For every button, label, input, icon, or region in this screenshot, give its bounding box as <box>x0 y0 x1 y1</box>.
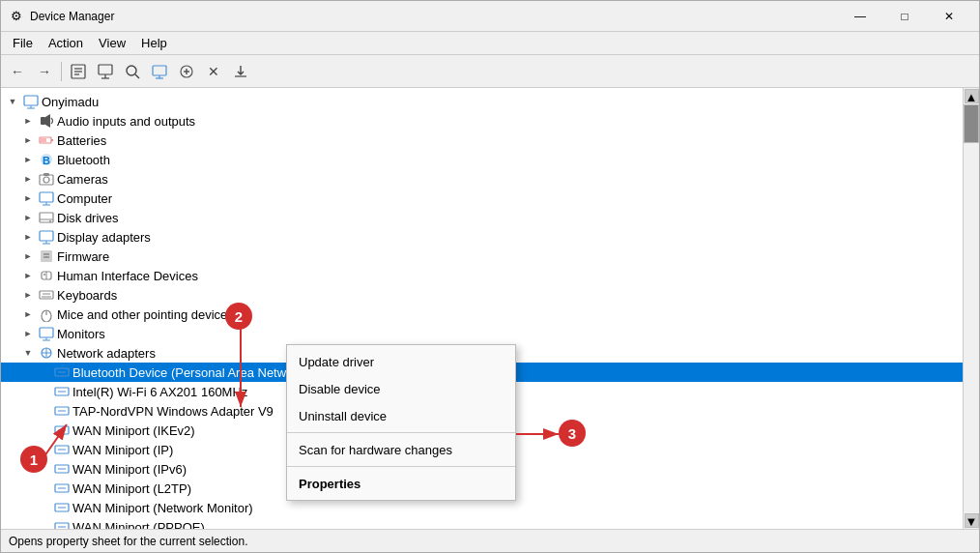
tree-label-19: WAN Miniport (IPv6) <box>72 462 187 477</box>
toolbar-remove[interactable]: ✕ <box>201 59 226 84</box>
toolbar-scan[interactable] <box>120 59 145 84</box>
scrollbar-thumb[interactable] <box>964 104 979 143</box>
toolbar-back[interactable]: ← <box>5 59 30 84</box>
expand-btn-1[interactable]: ► <box>20 113 36 129</box>
tree-item-4[interactable]: ►Cameras <box>1 169 963 189</box>
svg-rect-4 <box>99 65 112 74</box>
tree-item-9[interactable]: ►Human Interface Devices <box>1 266 963 285</box>
toolbar-computer[interactable] <box>147 59 172 84</box>
tree-item-5[interactable]: ►Computer <box>1 189 963 208</box>
expand-btn-4[interactable]: ► <box>20 171 36 187</box>
tree-label-1: Audio inputs and outputs <box>57 114 195 129</box>
expand-btn-11[interactable]: ► <box>20 306 36 322</box>
tree-item-22[interactable]: ►WAN Miniport (PPPOE) <box>1 517 963 529</box>
svg-point-7 <box>127 66 136 75</box>
svg-text:B: B <box>43 155 50 166</box>
tree-label-3: Bluetooth <box>57 153 110 167</box>
ctx-sep-2 <box>287 466 515 467</box>
tree-item-0[interactable]: ▼Onyimadu <box>1 92 963 111</box>
expand-btn-6[interactable]: ► <box>20 210 36 225</box>
tree-label-7: Display adapters <box>57 230 151 245</box>
menu-file[interactable]: File <box>5 34 41 52</box>
tree-label-13: Network adapters <box>57 346 156 361</box>
close-button[interactable]: ✕ <box>927 1 971 32</box>
toolbar-properties[interactable] <box>66 59 91 84</box>
ctx-properties[interactable]: Properties <box>287 470 515 497</box>
expand-btn-10[interactable]: ► <box>20 287 36 303</box>
svg-line-8 <box>135 74 139 78</box>
tree-icon-keyboard <box>39 287 54 303</box>
tree-item-2[interactable]: ►Batteries <box>1 131 963 150</box>
svg-rect-19 <box>41 117 45 125</box>
toolbar-adddriver[interactable] <box>174 59 199 84</box>
tree-item-7[interactable]: ►Display adapters <box>1 227 963 247</box>
badge-1: 1 <box>20 446 47 473</box>
device-manager-window: ⚙ Device Manager — □ ✕ File Action View … <box>0 0 980 553</box>
ctx-disable-device[interactable]: Disable device <box>287 375 515 402</box>
svg-rect-29 <box>40 192 53 202</box>
title-bar: ⚙ Device Manager — □ ✕ <box>1 1 979 32</box>
badge-2: 2 <box>225 303 252 330</box>
tree-icon-networkadapter <box>54 480 70 496</box>
tree-icon-networkadapter <box>54 364 70 380</box>
tree-label-22: WAN Miniport (PPPOE) <box>72 520 205 530</box>
ctx-update-driver[interactable]: Update driver <box>287 348 515 375</box>
expand-btn-7[interactable]: ► <box>20 229 36 245</box>
scrollbar[interactable]: ▲ ▼ <box>963 88 979 529</box>
expand-btn-5[interactable]: ► <box>20 190 36 206</box>
tree-item-8[interactable]: ►Firmware <box>1 247 963 266</box>
tree-item-12[interactable]: ►Monitors <box>1 324 963 343</box>
tree-item-10[interactable]: ►Keyboards <box>1 285 963 305</box>
title-bar-icon: ⚙ <box>9 9 24 24</box>
tree-label-12: Monitors <box>57 327 105 341</box>
tree-item-3[interactable]: ►BBluetooth <box>1 150 963 169</box>
tree-label-6: Disk drives <box>57 211 119 225</box>
tree-item-11[interactable]: ►Mice and other pointing devices <box>1 305 963 324</box>
menu-help[interactable]: Help <box>133 34 175 52</box>
toolbar-sep-1 <box>61 62 62 81</box>
expand-btn-0[interactable]: ▼ <box>5 94 20 109</box>
tree-item-21[interactable]: ►WAN Miniport (Network Monitor) <box>1 498 963 517</box>
tree-label-2: Batteries <box>57 133 106 148</box>
tree-label-15: Intel(R) Wi-Fi 6 AX201 160MHz <box>72 385 247 399</box>
svg-rect-38 <box>41 250 52 262</box>
toolbar-download[interactable] <box>228 59 253 84</box>
menu-view[interactable]: View <box>91 34 133 52</box>
svg-rect-49 <box>40 328 53 337</box>
tree-icon-audio <box>39 113 54 129</box>
svg-point-27 <box>43 177 49 183</box>
minimize-button[interactable]: — <box>838 1 882 32</box>
tree-label-16: TAP-NordVPN Windows Adapter V9 <box>72 404 274 419</box>
svg-rect-28 <box>43 173 49 176</box>
maximize-button[interactable]: □ <box>882 1 927 32</box>
toolbar-update[interactable] <box>93 59 118 84</box>
ctx-scan-hardware[interactable]: Scan for hardware changes <box>287 436 515 463</box>
tree-label-9: Human Interface Devices <box>57 269 198 283</box>
ctx-uninstall-device[interactable]: Uninstall device <box>287 402 515 429</box>
status-bar: Opens property sheet for the current sel… <box>1 529 979 552</box>
tree-label-17: WAN Miniport (IKEv2) <box>72 423 195 438</box>
scrollbar-up[interactable]: ▲ <box>965 89 979 103</box>
expand-btn-13[interactable]: ▼ <box>20 345 36 361</box>
tree-label-10: Keyboards <box>57 288 117 303</box>
tree-icon-networkadapter <box>54 422 70 438</box>
toolbar-forward[interactable]: → <box>32 59 57 84</box>
scrollbar-down[interactable]: ▼ <box>965 513 979 528</box>
tree-icon-networkadapter <box>54 519 70 529</box>
tree-icon-networkadapter <box>54 500 70 515</box>
expand-btn-8[interactable]: ► <box>20 248 36 264</box>
tree-item-6[interactable]: ►Disk drives <box>1 208 963 227</box>
expand-btn-9[interactable]: ► <box>20 268 36 283</box>
tree-label-14: Bluetooth Device (Personal Area Network) <box>72 365 308 380</box>
menu-action[interactable]: Action <box>41 34 91 52</box>
title-bar-title: Device Manager <box>30 10 838 23</box>
expand-btn-3[interactable]: ► <box>20 152 36 167</box>
toolbar: ← → ✕ <box>1 55 979 88</box>
tree-item-1[interactable]: ►Audio inputs and outputs <box>1 111 963 131</box>
svg-rect-44 <box>40 291 53 299</box>
expand-btn-2[interactable]: ► <box>20 132 36 148</box>
tree-icon-networkadapter <box>54 403 70 419</box>
expand-btn-12[interactable]: ► <box>20 326 36 341</box>
tree-label-20: WAN Miniport (L2TP) <box>72 481 191 496</box>
svg-rect-9 <box>153 66 166 75</box>
